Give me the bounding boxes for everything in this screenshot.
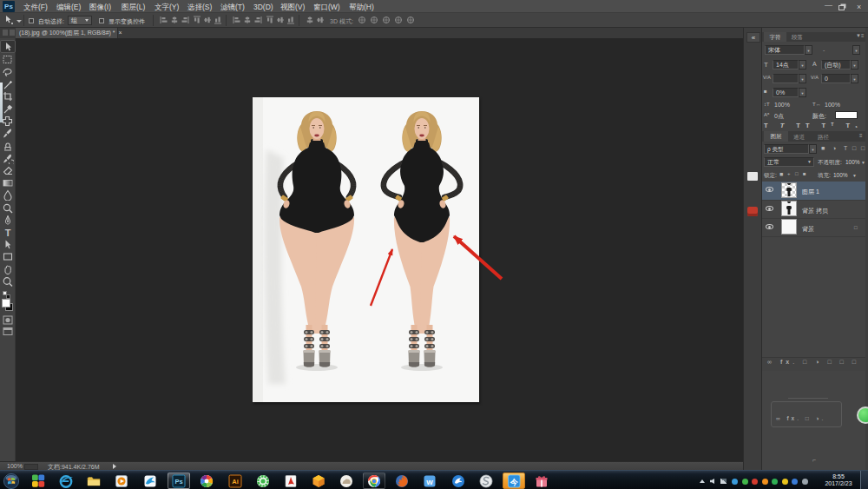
svg-text:T: T — [5, 228, 11, 238]
svg-text:Ps: Ps — [174, 478, 182, 486]
svg-text:Ai: Ai — [232, 478, 239, 486]
svg-text:W: W — [426, 479, 433, 486]
svg-text:今: 今 — [510, 478, 519, 486]
